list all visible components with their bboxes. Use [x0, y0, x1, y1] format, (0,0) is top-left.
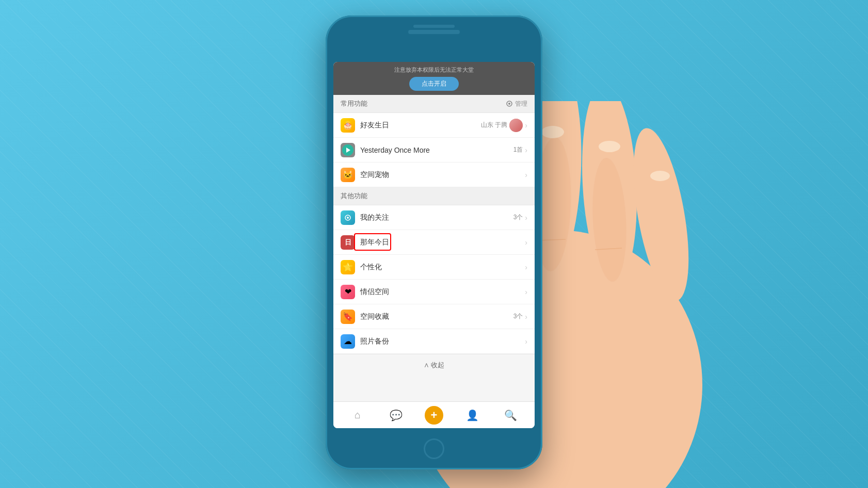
photo-label: 照片备份	[360, 337, 525, 346]
follow-item[interactable]: 我的关注 3个 ›	[333, 205, 535, 230]
svg-point-15	[650, 171, 670, 181]
nav-add[interactable]: +	[415, 406, 453, 425]
pet-label: 空间宠物	[360, 170, 525, 180]
yesterday-label: Yesterday Once More	[360, 146, 513, 154]
birthday-avatar	[509, 119, 523, 132]
gear-icon	[506, 100, 513, 107]
follow-label: 我的关注	[360, 213, 513, 222]
bookmark-count: 3个	[513, 312, 523, 321]
yesterday-count: 1首	[513, 145, 523, 154]
manage-button[interactable]: 管理	[506, 100, 527, 108]
follow-icon	[341, 210, 355, 225]
birthday-icon: 🎂	[341, 118, 355, 133]
couple-right: ›	[525, 288, 527, 296]
open-button[interactable]: 点击开启	[409, 77, 459, 91]
follow-chevron: ›	[525, 214, 527, 222]
pet-icon: 🐱	[341, 168, 355, 182]
scene: 注意放弃本权限后无法正常大堂 点击开启 常用功能 管理 🎂 好友生日	[0, 0, 868, 488]
svg-point-5	[623, 124, 699, 305]
personalize-right: ›	[525, 263, 527, 271]
pet-right: ›	[525, 171, 527, 179]
svg-point-17	[508, 103, 510, 105]
svg-point-14	[599, 141, 620, 152]
today-item[interactable]: 日 那年今日 ›	[333, 230, 535, 255]
collapse-label: ∧ 收起	[424, 361, 445, 369]
photo-chevron: ›	[525, 337, 527, 346]
nav-search[interactable]: 🔍	[491, 409, 529, 421]
couple-chevron: ›	[525, 288, 527, 296]
banner-title: 注意放弃本权限后无法正常大堂	[394, 66, 474, 74]
common-section-header: 常用功能 管理	[333, 95, 535, 113]
personalize-icon: ⭐	[341, 260, 355, 274]
birthday-right: 山东 于腾 ›	[481, 119, 527, 132]
couple-item[interactable]: ❤ 情侣空间 ›	[333, 280, 535, 304]
birthday-item[interactable]: 🎂 好友生日 山东 于腾 ›	[333, 113, 535, 138]
search-icon: 🔍	[504, 409, 517, 421]
bookmark-icon: 🔖	[341, 310, 355, 324]
chat-icon: 💬	[390, 409, 403, 421]
bookmark-item[interactable]: 🔖 空间收藏 3个 ›	[333, 304, 535, 329]
profile-icon: 👤	[466, 409, 479, 421]
music-icon	[341, 143, 355, 157]
bookmark-label: 空间收藏	[360, 312, 513, 321]
other-section-label: 其他功能	[341, 191, 367, 201]
manage-label: 管理	[515, 100, 527, 108]
follow-right: 3个 ›	[513, 213, 527, 222]
nav-chat[interactable]: 💬	[377, 409, 415, 421]
svg-point-13	[541, 126, 564, 138]
add-button[interactable]: +	[425, 406, 443, 425]
svg-point-19	[347, 217, 349, 219]
personalize-item[interactable]: ⭐ 个性化 ›	[333, 255, 535, 280]
other-section-header: 其他功能	[333, 187, 535, 205]
phone-screen: 注意放弃本权限后无法正常大堂 点击开启 常用功能 管理 🎂 好友生日	[333, 62, 535, 428]
personalize-label: 个性化	[360, 263, 525, 272]
home-button[interactable]	[424, 438, 444, 459]
today-right: ›	[525, 238, 527, 247]
photo-right: ›	[525, 337, 527, 346]
couple-label: 情侣空间	[360, 287, 525, 297]
birthday-label: 好友生日	[360, 121, 481, 130]
home-icon: ⌂	[355, 409, 361, 421]
bookmark-chevron: ›	[525, 313, 527, 321]
phone-device: 注意放弃本权限后无法正常大堂 点击开启 常用功能 管理 🎂 好友生日	[326, 15, 542, 469]
follow-count: 3个	[513, 213, 523, 222]
today-icon: 日	[341, 235, 355, 250]
personalize-chevron: ›	[525, 263, 527, 271]
pet-item[interactable]: 🐱 空间宠物 ›	[333, 162, 535, 187]
photo-icon: ☁	[341, 334, 355, 349]
top-banner: 注意放弃本权限后无法正常大堂 点击开启	[333, 62, 535, 95]
birthday-chevron: ›	[525, 121, 527, 129]
common-section-label: 常用功能	[341, 99, 367, 108]
pet-chevron: ›	[525, 171, 527, 179]
nav-home[interactable]: ⌂	[339, 409, 377, 421]
today-chevron: ›	[525, 238, 527, 247]
birthday-badge: 山东 于腾	[481, 121, 507, 129]
photo-item[interactable]: ☁ 照片备份 ›	[333, 329, 535, 354]
yesterday-chevron: ›	[525, 146, 527, 154]
svg-point-8	[590, 157, 629, 282]
today-label: 那年今日	[360, 238, 525, 247]
nav-profile[interactable]: 👤	[453, 409, 491, 421]
svg-point-4	[577, 101, 641, 285]
bottom-nav: ⌂ 💬 + 👤 🔍	[333, 401, 535, 428]
svg-line-11	[595, 248, 622, 250]
collapse-bar[interactable]: ∧ 收起	[333, 354, 535, 376]
yesterday-right: 1首 ›	[513, 145, 527, 154]
bookmark-right: 3个 ›	[513, 312, 527, 321]
couple-icon: ❤	[341, 285, 355, 299]
yesterday-item[interactable]: Yesterday Once More 1首 ›	[333, 138, 535, 162]
